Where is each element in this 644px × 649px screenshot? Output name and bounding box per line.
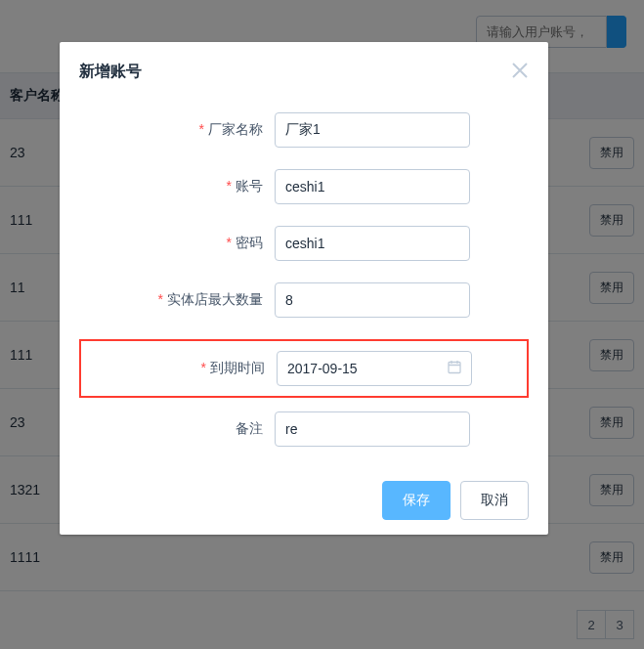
password-input[interactable] [275,226,470,261]
form-row-password: *密码 [79,226,529,261]
label-factory: *厂家名称 [118,121,275,139]
modal-header: 新增账号 [79,62,529,83]
add-account-modal: 新增账号 *厂家名称 *账号 *密码 *实体店最大数量 *到期时间 [60,42,548,535]
label-account: *账号 [118,178,275,195]
form-row-remark: 备注 [79,411,529,447]
form-row-max-stores: *实体店最大数量 [79,282,529,318]
label-password: *密码 [118,235,275,252]
close-icon[interactable] [511,62,529,83]
expiry-input[interactable] [277,351,472,386]
label-expiry: *到期时间 [120,360,277,377]
remark-input[interactable] [275,411,470,447]
form-row-account: *账号 [79,169,529,204]
account-input[interactable] [275,169,470,204]
label-remark: 备注 [118,420,275,438]
expiry-input-wrap [277,351,472,386]
max-stores-input[interactable] [275,282,470,318]
factory-input[interactable] [275,112,470,148]
form-row-factory: *厂家名称 [79,112,529,148]
save-button[interactable]: 保存 [382,481,451,520]
label-max-stores: *实体店最大数量 [118,291,275,309]
cancel-button[interactable]: 取消 [460,481,529,520]
form-row-expiry-highlighted: *到期时间 [79,339,529,398]
modal-footer: 保存 取消 [79,481,529,520]
modal-title: 新增账号 [79,62,142,82]
